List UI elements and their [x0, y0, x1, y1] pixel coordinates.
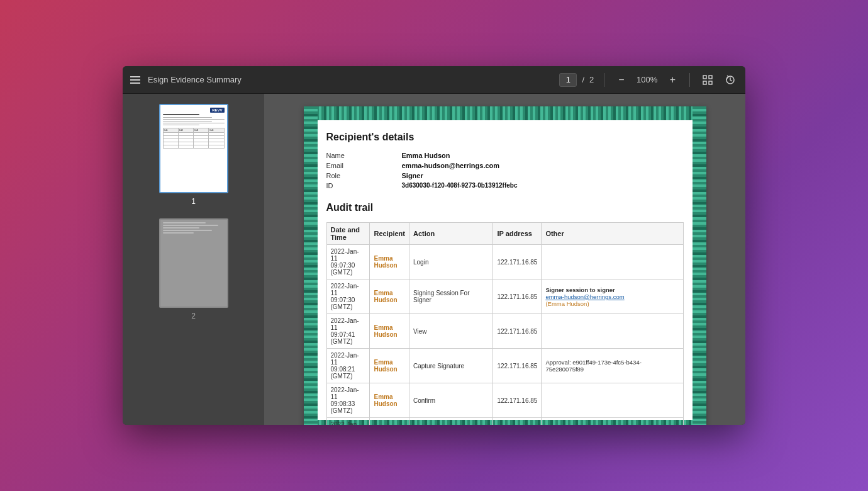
table-row: 2022-Jan-1109:08:33(GMTZ) EmmaHudson Con…	[326, 383, 683, 418]
zoom-level: 100%	[636, 75, 659, 84]
value-role: Signer	[402, 172, 684, 179]
page-thumbnail-1[interactable]: REVV Col	[159, 104, 228, 206]
recipient-details-section: Recipient's details Name Emma Hudson Ema…	[326, 132, 684, 189]
col-header-other: Other	[542, 223, 683, 245]
details-grid: Name Emma Hudson Email emma-hudson@herri…	[326, 152, 684, 189]
table-row: 2022-Jan-1109:07:41(GMTZ) EmmaHudson Vie…	[326, 314, 683, 349]
label-id: ID	[326, 182, 402, 189]
cell-action-4: Capture Signature	[409, 349, 493, 383]
cell-action-6: View	[409, 418, 493, 426]
divider	[604, 73, 604, 87]
cell-datetime-3: 2022-Jan-1109:07:41(GMTZ)	[326, 314, 370, 349]
label-email: Email	[326, 162, 402, 169]
cell-datetime-2: 2022-Jan-1109:07:30(GMTZ)	[326, 279, 370, 314]
table-row: 2022-Jan-1109:07:30(GMTZ) EmmaHudson Log…	[326, 245, 683, 279]
cell-action-3: View	[409, 314, 493, 349]
page-number-2: 2	[191, 312, 196, 320]
label-name: Name	[326, 152, 402, 159]
cell-datetime-1: 2022-Jan-1109:07:30(GMTZ)	[326, 245, 370, 279]
cell-recipient-5: EmmaHudson	[370, 383, 409, 418]
value-id: 3d630030-f120-408f-9273-0b13912ffebc	[402, 182, 684, 189]
zoom-in-button[interactable]: +	[666, 74, 679, 86]
cell-action-2: Signing Session For Signer	[409, 279, 493, 314]
zoom-out-button[interactable]: −	[615, 74, 628, 86]
cell-other-2: Signer session to signer emma-hudson@her…	[542, 279, 683, 314]
divider2	[689, 73, 690, 87]
cell-ip-4: 122.171.16.85	[493, 349, 542, 383]
cell-action-1: Login	[409, 245, 493, 279]
audit-trail-section: Audit trail Date andTime Recipient Actio…	[326, 202, 684, 425]
cell-ip-6: 122.171.16.85	[493, 418, 542, 426]
cell-datetime-5: 2022-Jan-1109:08:33(GMTZ)	[326, 383, 370, 418]
document-page: Recipient's details Name Emma Hudson Ema…	[304, 106, 706, 425]
cell-ip-5: 122.171.16.85	[493, 383, 542, 418]
col-header-datetime: Date andTime	[326, 223, 370, 245]
cell-ip-2: 122.171.16.85	[493, 279, 542, 314]
app-window: Esign Evidence Summary / 2 − 100% +	[123, 66, 745, 425]
sidebar: REVV Col	[123, 94, 264, 425]
page-number-1: 1	[191, 197, 196, 206]
cell-other-5	[542, 383, 683, 418]
cell-recipient-4: EmmaHudson	[370, 349, 409, 383]
value-name: Emma Hudson	[402, 152, 684, 159]
pagination: / 2	[559, 73, 594, 87]
thumbnail-frame-1: REVV Col	[159, 104, 228, 193]
cell-recipient-3: EmmaHudson	[370, 314, 409, 349]
cell-other-6	[542, 418, 683, 426]
menu-icon[interactable]	[130, 76, 140, 84]
cell-ip-3: 122.171.16.85	[493, 314, 542, 349]
cell-datetime-6: 2022-Jan-1109:08:35(GMTZ)	[326, 418, 370, 426]
cell-datetime-4: 2022-Jan-1109:08:21(GMTZ)	[326, 349, 370, 383]
cell-recipient-2: EmmaHudson	[370, 279, 409, 314]
audit-table: Date andTime Recipient Action IP address…	[326, 222, 684, 425]
page-total: 2	[589, 75, 594, 84]
fit-page-button[interactable]	[700, 72, 715, 87]
document-area[interactable]: Recipient's details Name Emma Hudson Ema…	[264, 94, 745, 425]
svg-rect-3	[709, 81, 712, 84]
table-row: 2022-Jan-1109:08:21(GMTZ) EmmaHudson Cap…	[326, 349, 683, 383]
col-header-action: Action	[409, 223, 493, 245]
col-header-recipient: Recipient	[370, 223, 409, 245]
svg-rect-2	[703, 81, 706, 84]
cell-recipient-6: EmmaHudson	[370, 418, 409, 426]
svg-rect-0	[703, 76, 706, 79]
cell-recipient-1: EmmaHudson	[370, 245, 409, 279]
svg-rect-1	[709, 76, 712, 79]
cell-other-1	[542, 245, 683, 279]
toolbar: Esign Evidence Summary / 2 − 100% +	[123, 66, 745, 94]
table-row: 2022-Jan-1109:07:30(GMTZ) EmmaHudson Sig…	[326, 279, 683, 314]
value-email: emma-hudson@herrings.com	[402, 162, 684, 169]
main-content: REVV Col	[123, 94, 745, 425]
page-input[interactable]	[559, 73, 577, 87]
thumbnail-frame-2	[159, 218, 228, 308]
recipient-section-title: Recipient's details	[326, 132, 684, 143]
col-header-ip: IP address	[493, 223, 542, 245]
page-thumbnail-2[interactable]: 2	[159, 218, 228, 320]
document-content: Recipient's details Name Emma Hudson Ema…	[304, 106, 706, 425]
cell-other-4: Approval: e901ff49-173e-4fc5-b434-75e280…	[542, 349, 683, 383]
cell-action-5: Confirm	[409, 383, 493, 418]
page-separator: /	[582, 75, 584, 84]
label-role: Role	[326, 172, 402, 179]
cell-ip-1: 122.171.16.85	[493, 245, 542, 279]
audit-trail-title: Audit trail	[326, 202, 684, 213]
app-title: Esign Evidence Summary	[148, 75, 552, 84]
table-row: 2022-Jan-1109:08:35(GMTZ) EmmaHudson Vie…	[326, 418, 683, 426]
history-button[interactable]	[723, 72, 738, 87]
cell-other-3	[542, 314, 683, 349]
